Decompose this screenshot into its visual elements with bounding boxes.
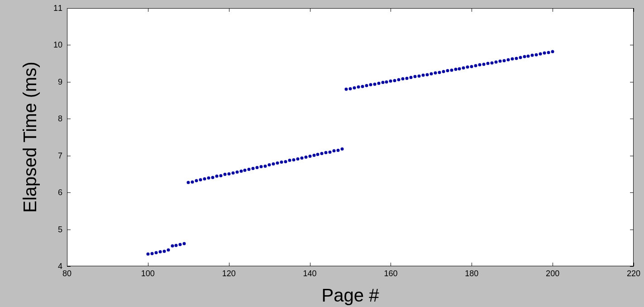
data-point <box>365 84 368 87</box>
x-tick <box>553 263 553 266</box>
data-point <box>195 179 198 182</box>
y-tick <box>630 156 634 156</box>
y-tick <box>67 8 71 9</box>
data-point <box>264 164 267 168</box>
data-point <box>243 169 247 172</box>
x-tick <box>634 263 634 266</box>
data-point <box>239 169 243 173</box>
data-point <box>320 152 324 155</box>
data-point <box>207 177 210 180</box>
y-tick-label: 9 <box>58 77 62 86</box>
data-point <box>474 64 477 67</box>
y-tick-label: 7 <box>58 151 62 160</box>
data-point <box>494 60 497 63</box>
data-point <box>304 155 307 158</box>
data-point <box>442 70 445 73</box>
x-tick <box>391 8 391 12</box>
data-point <box>454 68 457 71</box>
data-point <box>418 74 421 77</box>
y-tick-label: 4 <box>58 262 62 271</box>
data-point <box>389 80 392 83</box>
x-tick-label: 200 <box>546 269 559 278</box>
y-tick <box>630 230 634 230</box>
data-point <box>523 55 526 58</box>
data-point <box>333 149 336 153</box>
y-tick <box>630 192 634 193</box>
y-tick <box>630 45 634 45</box>
data-point <box>385 80 388 83</box>
data-point <box>502 59 506 62</box>
x-tick <box>67 8 67 12</box>
data-point <box>248 168 251 171</box>
x-tick-label: 180 <box>465 269 478 278</box>
data-point <box>535 53 538 56</box>
x-tick <box>310 8 310 12</box>
data-point <box>410 76 413 79</box>
data-point <box>478 63 482 67</box>
data-point <box>543 52 546 55</box>
data-point <box>397 78 401 81</box>
x-tick <box>472 263 472 266</box>
x-tick-label: 160 <box>384 269 397 278</box>
x-tick <box>229 8 229 12</box>
data-point <box>498 60 501 63</box>
data-point <box>373 82 376 86</box>
data-point <box>446 69 449 72</box>
y-tick <box>67 119 71 119</box>
data-point <box>219 174 222 177</box>
data-point <box>487 62 490 65</box>
y-tick <box>67 266 71 267</box>
data-point <box>312 154 315 157</box>
x-tick-label: 100 <box>141 269 155 278</box>
data-point <box>150 252 153 255</box>
y-tick-label: 8 <box>58 114 62 124</box>
data-point <box>227 172 230 175</box>
data-point <box>531 54 534 57</box>
data-point <box>539 52 542 55</box>
x-tick <box>634 8 634 12</box>
data-point <box>405 77 409 80</box>
data-point <box>235 170 239 173</box>
x-tick-label: 140 <box>303 269 317 278</box>
y-tick-label: 5 <box>58 225 62 234</box>
x-tick <box>229 263 229 266</box>
y-tick <box>630 82 634 82</box>
x-tick-label: 120 <box>222 269 236 278</box>
data-point <box>551 50 554 53</box>
data-point <box>421 74 425 77</box>
data-point <box>357 86 360 89</box>
data-point <box>329 150 332 154</box>
x-tick <box>148 8 148 12</box>
x-tick-label: 220 <box>627 269 640 278</box>
data-point <box>401 77 405 81</box>
data-point <box>272 163 275 166</box>
data-point <box>316 153 320 156</box>
x-tick <box>67 263 67 266</box>
data-point <box>361 85 364 88</box>
data-point <box>345 88 348 91</box>
data-point <box>491 61 494 64</box>
data-point <box>462 66 465 69</box>
data-point <box>252 167 255 170</box>
data-point <box>349 87 352 90</box>
data-point <box>510 58 514 61</box>
y-tick-label: 10 <box>53 40 62 50</box>
data-point <box>324 151 328 154</box>
data-point <box>167 249 170 252</box>
x-tick <box>310 263 310 266</box>
data-point <box>288 159 291 162</box>
plot-area <box>67 8 634 266</box>
y-tick <box>630 119 634 119</box>
data-point <box>183 242 186 245</box>
data-point <box>458 67 461 70</box>
y-tick-label: 11 <box>53 4 62 13</box>
data-point <box>470 65 473 68</box>
data-point <box>231 171 234 174</box>
x-tick-label: 80 <box>62 269 72 278</box>
y-tick <box>630 8 634 9</box>
x-axis-label: Page # <box>322 285 379 306</box>
y-tick <box>67 45 71 45</box>
data-point <box>179 243 182 246</box>
data-point <box>223 173 226 176</box>
data-point <box>162 249 166 253</box>
